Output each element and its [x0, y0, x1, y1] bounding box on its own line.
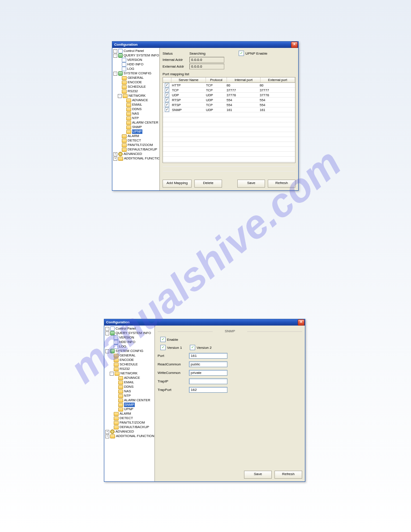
delete-button[interactable]: Delete [194, 180, 222, 188]
tree-toggle-icon[interactable]: + [105, 434, 109, 438]
tree-item[interactable]: ADVANCE [104, 376, 154, 380]
tree-item[interactable]: NAS [112, 112, 159, 116]
tree-item[interactable]: LOG [104, 344, 154, 349]
tree-item[interactable]: GENERAL [112, 76, 159, 80]
tree-item[interactable]: -NETWORK [112, 94, 159, 98]
tree-toggle-icon[interactable]: - [105, 349, 109, 353]
row-checkbox[interactable] [165, 83, 169, 87]
col-protocol[interactable]: Protocol [206, 77, 227, 82]
tree-toggle-icon[interactable]: + [113, 152, 117, 156]
tree-item[interactable]: DETECT [104, 416, 154, 420]
version1-checkbox[interactable] [160, 345, 166, 350]
col-server[interactable]: Server Name [171, 77, 206, 82]
table-row[interactable]: HTTPTCP8080 [163, 83, 295, 88]
writecommon-input[interactable] [189, 370, 227, 376]
version2-checkbox[interactable] [190, 345, 195, 350]
add-mapping-button[interactable]: Add Mapping [163, 180, 192, 188]
tree-item[interactable]: -Control Panel [112, 49, 159, 53]
tree-item[interactable]: NAS [104, 389, 154, 394]
tree-item[interactable]: +ADVANCED [104, 429, 154, 434]
port-input[interactable] [189, 353, 227, 359]
tree-item[interactable]: -Control Panel [104, 326, 154, 331]
tree-item[interactable]: DDNS [104, 385, 154, 389]
tree-item[interactable]: +ADDITIONAL FUNCTION [112, 156, 159, 161]
tree-item[interactable]: RS232 [112, 89, 159, 94]
tree-item[interactable]: RS232 [104, 367, 154, 371]
tree-item[interactable]: DEFAULT/BACKUP [112, 147, 159, 152]
tree-item[interactable]: SCHEDULE [112, 85, 159, 89]
row-checkbox[interactable] [165, 98, 169, 102]
tree-item[interactable]: UPNP [104, 407, 154, 412]
table-row[interactable]: SNMPUDP161161 [163, 107, 295, 112]
port-mapping-table[interactable]: Server Name Protocol Internal port Exter… [163, 77, 295, 163]
tree-item[interactable]: -QUERY SYSTEM INFO [104, 331, 154, 335]
col-check[interactable] [163, 77, 171, 82]
table-row[interactable]: RTSPTCP554554 [163, 103, 295, 107]
tree-item[interactable]: SNMP [112, 125, 159, 129]
tree-item[interactable]: EMAIL [104, 380, 154, 385]
tree-item[interactable]: PAN/TILT/ZOOM [112, 143, 159, 147]
tree-item[interactable]: ENCODE [112, 80, 159, 85]
col-external-port[interactable]: External port [261, 77, 295, 82]
tree-item[interactable]: DETECT [112, 138, 159, 143]
row-checkbox[interactable] [165, 103, 169, 107]
nav-tree[interactable]: -Control Panel-QUERY SYSTEM INFOVERSIONH… [104, 326, 155, 481]
tree-item[interactable]: PAN/TILT/ZOOM [104, 420, 154, 425]
tree-item[interactable]: +ADDITIONAL FUNCTION [104, 434, 154, 438]
row-checkbox[interactable] [165, 93, 169, 97]
tree-item[interactable]: UPNP [112, 129, 159, 134]
tree-item[interactable]: ADVANCE [112, 98, 159, 103]
tree-toggle-icon[interactable]: - [118, 94, 122, 98]
table-row[interactable]: TCPTCP3777737777 [163, 88, 295, 93]
tree-item[interactable]: ALARM CENTER [112, 120, 159, 125]
table-row[interactable]: UDPUDP3777837778 [163, 93, 295, 98]
tree-item[interactable]: EMAIL [112, 103, 159, 107]
trapport-input[interactable] [189, 387, 227, 393]
tree-toggle-icon[interactable]: + [113, 157, 117, 161]
tree-item[interactable]: VERSION [112, 58, 159, 62]
tree-item[interactable]: SNMP [104, 403, 154, 407]
tree-toggle-icon[interactable]: - [110, 372, 114, 376]
tree-item[interactable]: ENCODE [104, 358, 154, 362]
tree-item[interactable]: -SYSTEM CONFIG [104, 349, 154, 353]
tree-item[interactable]: HDD INFO [104, 340, 154, 344]
close-button[interactable]: X [298, 319, 304, 326]
enable-checkbox[interactable] [160, 337, 166, 342]
tree-item[interactable]: SCHEDULE [104, 362, 154, 367]
table-row[interactable]: RTSPUDP554554 [163, 98, 295, 103]
upnp-enable-checkbox[interactable] [239, 51, 244, 56]
readcommon-input[interactable] [189, 361, 227, 367]
tree-item[interactable]: ALARM CENTER [104, 398, 154, 403]
tree-item[interactable]: HDD INFO [112, 62, 159, 67]
close-button[interactable]: X [291, 42, 298, 48]
save-button[interactable]: Save [244, 471, 272, 479]
tree-item-label: RS232 [120, 367, 130, 371]
tree-toggle-icon[interactable]: - [113, 49, 117, 53]
col-internal-port[interactable]: Internal port [227, 77, 261, 82]
tree-item[interactable]: DDNS [112, 107, 159, 112]
tree-item[interactable]: +ADVANCED [112, 152, 159, 156]
tree-toggle-icon[interactable]: - [113, 72, 117, 76]
row-checkbox[interactable] [165, 88, 169, 92]
trapip-input[interactable] [189, 378, 227, 384]
tree-item[interactable]: -SYSTEM CONFIG [112, 71, 159, 76]
tree-item[interactable]: NTP [104, 394, 154, 398]
nav-tree[interactable]: -Control Panel-QUERY SYSTEM INFOVERSIONH… [112, 48, 160, 190]
tree-toggle-icon[interactable]: - [105, 327, 109, 331]
tree-item[interactable]: -QUERY SYSTEM INFO [112, 53, 159, 58]
tree-toggle-icon[interactable]: - [113, 54, 117, 58]
refresh-button[interactable]: Refresh [274, 471, 302, 479]
save-button[interactable]: Save [237, 180, 265, 188]
tree-item[interactable]: GENERAL [104, 353, 154, 358]
tree-item[interactable]: NTP [112, 116, 159, 120]
tree-item[interactable]: -NETWORK [104, 371, 154, 376]
tree-item[interactable]: DEFAULT/BACKUP [104, 425, 154, 429]
tree-toggle-icon[interactable]: + [105, 430, 109, 434]
tree-item[interactable]: VERSION [104, 335, 154, 340]
refresh-button[interactable]: Refresh [268, 180, 295, 188]
tree-item[interactable]: ALARM [104, 412, 154, 416]
tree-toggle-icon[interactable]: - [105, 331, 109, 335]
tree-item[interactable]: LOG [112, 67, 159, 71]
row-checkbox[interactable] [165, 107, 169, 112]
tree-item[interactable]: ALARM [112, 134, 159, 138]
